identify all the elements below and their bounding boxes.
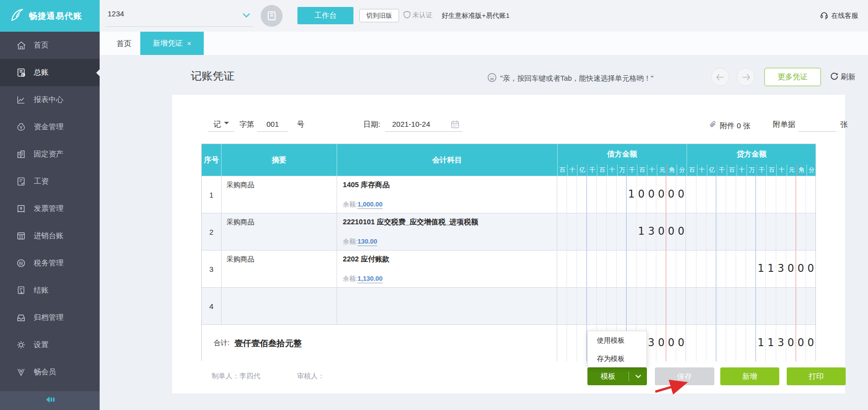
digit-cell (726, 176, 736, 213)
amount-cell-credit[interactable]: 113000 (686, 251, 815, 287)
sidebar-item-salary[interactable]: 工资 (0, 168, 100, 195)
print-button[interactable]: 打印 (787, 367, 846, 385)
voucher-number-unit-label: 号 (297, 119, 304, 132)
topbar: 1234 工作台 切到旧版 未认证 好生意标准版+易代账1 在线客服 (100, 0, 868, 32)
paperclip-icon (709, 120, 717, 131)
summary-cell[interactable]: 采购商品 (222, 213, 337, 250)
digit-cell (686, 251, 696, 287)
menu-item-use-template[interactable]: 使用模板 (588, 331, 646, 350)
digit-cell (686, 213, 696, 250)
sidebar-item-report-center[interactable]: 报表中心 (0, 86, 100, 113)
receipts-input[interactable] (799, 119, 836, 132)
amount-cell-credit[interactable] (686, 176, 815, 213)
summary-cell[interactable]: 采购商品 (222, 176, 337, 213)
creator-label: 制单人： (212, 372, 239, 380)
digit-cell (766, 213, 776, 250)
digit-column-label: 百 (597, 164, 607, 176)
online-support-link[interactable]: 在线客服 (820, 11, 858, 21)
sidebar-item-tax[interactable]: 税税务管理 (0, 250, 100, 277)
shield-icon (404, 11, 410, 20)
digit-cell: 0 (796, 325, 806, 361)
voucher-number-input[interactable]: 001 (257, 119, 288, 132)
digit-cell: 0 (656, 213, 666, 250)
hint-text: "亲，按回车键或者Tab，能快速选择单元格哟！" (500, 74, 653, 83)
attachment-link[interactable]: 附件 0 张 (709, 119, 751, 132)
digit-column-label: 亿 (707, 164, 717, 176)
amount-cell-debit[interactable]: 100000 (557, 176, 687, 213)
digit-cell (567, 251, 577, 287)
refresh-button[interactable]: 刷新 (830, 72, 856, 82)
sidebar-item-label: 归档管理 (34, 313, 63, 322)
digit-column-label: 元 (657, 164, 667, 176)
digit-column-label: 十 (647, 164, 657, 176)
digit-column-label: 亿 (578, 164, 587, 176)
tab-new-voucher[interactable]: 新增凭证 × (140, 32, 204, 55)
account-cell[interactable]: 1405 库存商品余额:1,000.00 (337, 176, 557, 213)
digit-cell (656, 288, 666, 324)
template-caret-button[interactable] (629, 374, 647, 378)
sidebar-item-archive[interactable]: 归档管理 (0, 304, 100, 331)
digit-cell (577, 325, 587, 361)
amount-cell-debit[interactable] (557, 288, 687, 324)
tab-close-icon[interactable]: × (187, 40, 191, 48)
workbench-button[interactable]: 工作台 (297, 7, 353, 24)
sidebar-item-funds[interactable]: 资金管理 (0, 113, 100, 141)
summary-cell[interactable]: 采购商品 (222, 251, 337, 287)
balance-label: 余额: (343, 238, 358, 245)
amount-cell-debit[interactable] (557, 251, 687, 287)
account-cell[interactable]: 2202 应付账款余额:1,130.00 (337, 251, 557, 287)
company-select[interactable]: 1234 (106, 0, 253, 27)
more-vouchers-button[interactable]: 更多凭证 (764, 68, 821, 86)
summary-cell[interactable] (222, 288, 337, 324)
template-button-label[interactable]: 模板 (587, 372, 629, 381)
sidebar-item-general-ledger[interactable]: 总账 (0, 59, 100, 86)
switch-old-version-button[interactable]: 切到旧版 (359, 9, 399, 22)
save-button[interactable]: 保存 (655, 367, 714, 385)
digit-cell (776, 176, 786, 213)
voucher-word-select[interactable]: 记 (208, 119, 234, 132)
receipts-unit-label: 张 (840, 119, 848, 132)
digit-cell (706, 176, 716, 213)
sidebar-item-closing[interactable]: 结账 (0, 277, 100, 304)
digit-cell: 1 (766, 325, 776, 361)
sidebar-item-home[interactable]: 首页 (0, 32, 100, 59)
digit-cell (587, 251, 597, 287)
digit-cell (686, 176, 696, 213)
digit-column-label: 角 (797, 164, 807, 176)
account-name: 2202 应付账款 (343, 255, 551, 264)
template-split-button[interactable]: 模板 (587, 367, 647, 385)
digit-cell (676, 288, 686, 324)
balance-value[interactable]: 130.00 (357, 238, 377, 246)
smiley-icon (487, 73, 497, 84)
digit-cell: 3 (646, 325, 656, 361)
date-picker[interactable]: 2021-10-24 (385, 119, 463, 132)
balance-value[interactable]: 1,000.00 (357, 201, 383, 209)
balance-label: 余额: (343, 201, 358, 208)
sidebar-item-settings[interactable]: 设置 (0, 331, 100, 359)
balance-value[interactable]: 1,130.00 (357, 275, 383, 283)
sidebar-item-member[interactable]: 畅会员 (0, 359, 100, 386)
tax-icon: 税 (16, 258, 26, 268)
amount-cell-credit[interactable] (686, 288, 815, 324)
account-cell[interactable]: 22210101 应交税费_应交增值税_进项税额余额:130.00 (337, 213, 557, 250)
sidebar-item-purchase-sales[interactable]: 进销台账 (0, 222, 100, 250)
sidebar-item-fixed-assets[interactable]: 固定资产 (0, 141, 100, 168)
next-voucher-button[interactable] (737, 68, 755, 86)
digit-column-label: 十 (568, 164, 578, 176)
amount-cell-debit[interactable]: 13000 (557, 213, 687, 250)
sidebar-item-invoice[interactable]: 发票管理 (0, 195, 100, 222)
menu-item-save-as-template[interactable]: 存为模板 (588, 350, 646, 368)
tab-home[interactable]: 首页 (110, 32, 138, 55)
account-cell[interactable] (337, 288, 557, 324)
voucher-word-value: 记 (214, 120, 221, 128)
creator-field: 制单人：李四代 (212, 372, 260, 381)
account-name: 1405 库存商品 (343, 180, 551, 190)
digit-cell (786, 288, 796, 324)
sidebar-collapse-button[interactable] (0, 391, 100, 410)
amount-cell-credit[interactable] (686, 213, 815, 250)
fixed-assets-icon (16, 149, 26, 159)
digit-cell (786, 176, 796, 213)
prev-voucher-button[interactable] (711, 68, 729, 86)
add-button[interactable]: 新增 (720, 367, 779, 385)
journal-icon[interactable] (261, 5, 283, 27)
